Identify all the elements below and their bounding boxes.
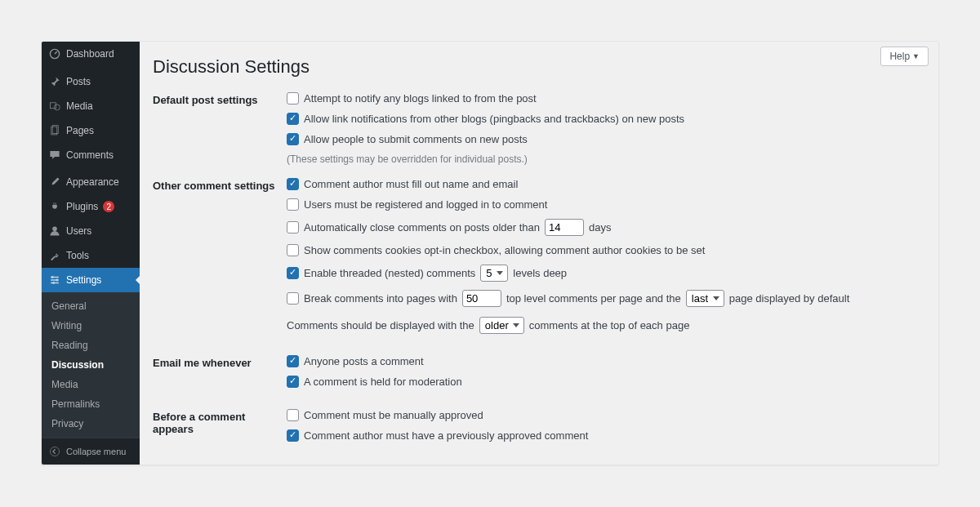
cookies-optin-label: Show comments cookies opt-in checkbox, a…: [304, 244, 705, 256]
svg-point-8: [52, 282, 55, 284]
manual-approval-checkbox[interactable]: [287, 409, 299, 421]
auto-close-label-post: days: [589, 221, 611, 233]
comment-order-label-pre: Comments should be displayed with the: [287, 319, 474, 331]
sidebar-item-label: Pages: [66, 125, 94, 136]
auto-close-checkbox[interactable]: [287, 221, 299, 233]
collapse-menu-button[interactable]: Collapse menu: [42, 438, 140, 465]
sidebar-item-users[interactable]: Users: [42, 219, 140, 243]
auto-close-label-pre: Automatically close comments on posts ol…: [304, 221, 540, 233]
svg-point-9: [50, 447, 59, 456]
default-page-select[interactable]: last: [686, 290, 724, 307]
allow-comments-label: Allow people to submit comments on new p…: [304, 133, 528, 145]
sidebar-item-settings[interactable]: Settings: [42, 268, 140, 292]
comments-per-page-input[interactable]: [462, 290, 501, 307]
allow-pingbacks-label: Allow link notifications from other blog…: [304, 113, 684, 125]
main-content: Help ▼ Discussion Settings Default post …: [140, 42, 938, 465]
sidebar-item-label: Users: [66, 225, 91, 237]
collapse-icon: [48, 445, 61, 458]
sidebar-item-label: Dashboard: [66, 48, 114, 60]
section-default-post-heading: Default post settings: [140, 86, 278, 171]
plug-icon: [48, 200, 61, 213]
section-before-heading: Before a comment appears: [140, 402, 278, 456]
email-held-moderation-label: A comment is held for moderation: [304, 376, 462, 388]
sidebar-item-label: Plugins: [66, 201, 98, 212]
pin-icon: [48, 75, 61, 88]
media-icon: [48, 100, 61, 113]
require-registration-label: Users must be registered and logged in t…: [304, 198, 547, 211]
cookies-optin-checkbox[interactable]: [287, 244, 299, 256]
settings-submenu: General Writing Reading Discussion Media…: [42, 292, 140, 438]
notify-blogs-label: Attempt to notify any blogs linked to fr…: [304, 92, 537, 105]
default-post-note: (These settings may be overridden for in…: [287, 153, 930, 165]
require-registration-checkbox[interactable]: [287, 198, 299, 211]
comment-icon: [48, 149, 61, 162]
sidebar-item-tools[interactable]: Tools: [42, 243, 140, 268]
threaded-comments-label-pre: Enable threaded (nested) comments: [304, 267, 475, 279]
sidebar-item-posts[interactable]: Posts: [42, 69, 140, 94]
sidebar-item-pages[interactable]: Pages: [42, 118, 140, 143]
submenu-general[interactable]: General: [42, 296, 140, 316]
svg-point-5: [52, 226, 57, 231]
submenu-writing[interactable]: Writing: [42, 316, 140, 336]
auto-close-days-input[interactable]: [545, 219, 584, 236]
email-anyone-posts-label: Anyone posts a comment: [304, 355, 424, 367]
help-label: Help: [889, 51, 910, 62]
prev-approved-label: Comment author must have a previously ap…: [304, 429, 588, 442]
collapse-label: Collapse menu: [66, 447, 126, 456]
sidebar-item-label: Appearance: [66, 176, 119, 188]
allow-pingbacks-checkbox[interactable]: [287, 113, 299, 125]
submenu-reading[interactable]: Reading: [42, 336, 140, 355]
admin-sidebar: Dashboard Posts Media Pages Comments: [42, 42, 140, 465]
chevron-down-icon: ▼: [912, 52, 920, 60]
sidebar-item-label: Tools: [66, 250, 89, 261]
user-icon: [48, 225, 61, 238]
require-name-email-checkbox[interactable]: [287, 178, 299, 190]
pages-icon: [48, 124, 61, 137]
sidebar-item-label: Comments: [66, 149, 114, 161]
prev-approved-checkbox[interactable]: [287, 429, 299, 442]
page-title: Discussion Settings: [140, 42, 938, 86]
svg-point-2: [54, 104, 60, 109]
sidebar-item-appearance[interactable]: Appearance: [42, 170, 140, 194]
threaded-comments-checkbox[interactable]: [287, 267, 299, 279]
email-held-moderation-checkbox[interactable]: [287, 376, 299, 388]
dashboard-icon: [48, 47, 61, 60]
help-tab-button[interactable]: Help ▼: [880, 47, 929, 66]
svg-point-6: [51, 276, 54, 278]
sidebar-item-label: Settings: [66, 274, 101, 286]
sidebar-item-label: Media: [66, 100, 93, 112]
sidebar-item-label: Posts: [66, 76, 91, 87]
brush-icon: [48, 176, 61, 189]
wrench-icon: [48, 249, 61, 262]
sidebar-item-dashboard[interactable]: Dashboard: [42, 42, 140, 66]
paginate-comments-checkbox[interactable]: [287, 292, 299, 305]
comment-order-select[interactable]: older: [479, 317, 524, 334]
threaded-comments-label-post: levels deep: [513, 267, 567, 279]
sidebar-item-media[interactable]: Media: [42, 94, 140, 118]
section-other-heading: Other comment settings: [140, 171, 278, 349]
sliders-icon: [48, 274, 61, 287]
sidebar-item-plugins[interactable]: Plugins 2: [42, 194, 140, 219]
paginate-label-pre: Break comments into pages with: [304, 292, 457, 305]
notify-blogs-checkbox[interactable]: [287, 92, 299, 105]
thread-depth-select[interactable]: 5: [480, 265, 508, 282]
paginate-label-mid: top level comments per page and the: [506, 292, 681, 305]
svg-point-7: [56, 279, 58, 282]
comment-order-label-post: comments at the top of each page: [529, 319, 690, 331]
submenu-permalinks[interactable]: Permalinks: [42, 394, 140, 414]
allow-comments-checkbox[interactable]: [287, 133, 299, 145]
submenu-media[interactable]: Media: [42, 375, 140, 394]
section-email-heading: Email me whenever: [140, 349, 278, 402]
submenu-discussion[interactable]: Discussion: [42, 355, 140, 375]
plugins-badge: 2: [103, 201, 114, 212]
manual-approval-label: Comment must be manually approved: [304, 409, 483, 421]
sidebar-item-comments[interactable]: Comments: [42, 143, 140, 167]
require-name-email-label: Comment author must fill out name and em…: [304, 178, 518, 190]
paginate-label-post: page displayed by default: [729, 292, 849, 305]
submenu-privacy[interactable]: Privacy: [42, 414, 140, 434]
email-anyone-posts-checkbox[interactable]: [287, 355, 299, 367]
